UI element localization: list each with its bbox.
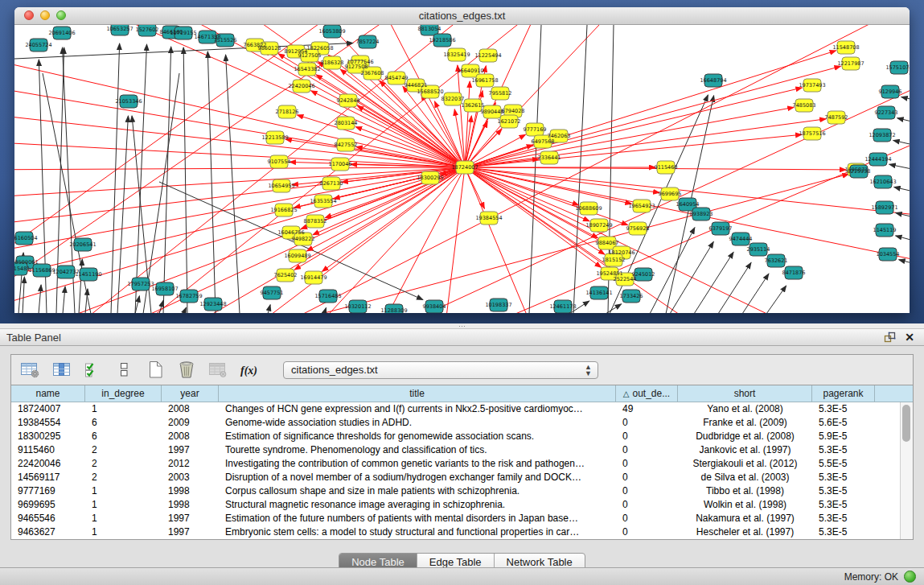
cell-short: de Silva et al. (2003) (678, 471, 812, 484)
column-header-in_degree[interactable]: in_degree (85, 385, 162, 402)
table-scrollbar[interactable] (900, 402, 913, 539)
cell-out_de: 0 (616, 471, 678, 484)
column-header-name[interactable]: name (11, 385, 85, 402)
float-window-icon[interactable] (884, 332, 897, 344)
citation-edge-black (766, 286, 786, 313)
graph-node-label: 1527602 (136, 27, 159, 33)
citation-edge-black (889, 164, 910, 173)
graph-node-label: 18325419 (443, 51, 470, 58)
cell-pagerank: 5.3E-5 (812, 512, 875, 525)
citation-edge-red (14, 54, 465, 167)
graph-node-label: 2336441 (538, 154, 561, 161)
function-fx-icon[interactable]: f(x) (239, 360, 260, 380)
graph-node-label: 6794028 (502, 108, 525, 114)
citation-edge-black (650, 228, 695, 313)
close-window-button[interactable] (24, 10, 34, 20)
table-row[interactable]: 1872400712008Changes of HCN gene express… (11, 402, 913, 416)
column-header-short[interactable]: short (678, 385, 812, 402)
table-row[interactable]: 1830029562008Estimation of significance … (11, 430, 913, 443)
citation-edge-black (207, 51, 216, 313)
table-row[interactable]: 946554611997Estimation of the future num… (11, 512, 913, 525)
citation-edge-red (14, 167, 465, 170)
cell-title: Corpus callosum shape and size in male p… (219, 484, 616, 498)
zoom-window-button[interactable] (56, 10, 66, 20)
sort-ascending-icon: △ (623, 389, 630, 398)
svg-text:f(x): f(x) (240, 365, 257, 377)
dropdown-arrows-icon: ▲▼ (585, 364, 592, 377)
graph-node-label: 16210643 (869, 179, 896, 185)
trash-icon[interactable] (176, 360, 197, 380)
window-titlebar[interactable]: citations_edges.txt (14, 7, 910, 25)
cell-name: 19384554 (11, 416, 85, 430)
column-header-pagerank[interactable]: pagerank (812, 385, 875, 402)
table-row[interactable]: 969969511998Structural magnetic resonanc… (11, 498, 913, 512)
network-select-dropdown[interactable]: citations_edges.txt▲▼ (283, 361, 598, 379)
scrollbar-thumb[interactable] (902, 405, 910, 442)
graph-node-label: 15716485 (314, 293, 341, 299)
node-table: namein_degreeyeartitle△out_de...shortpag… (11, 385, 913, 539)
graph-node-label: 1621072 (498, 118, 521, 125)
cell-short: Nakamura et al. (1997) (678, 512, 812, 525)
cell-in_degree: 1 (85, 525, 162, 539)
table-row[interactable]: 1938455462009Genome-wide association stu… (11, 416, 913, 430)
graph-node-label: 9115460 (655, 164, 678, 171)
cell-name: 18300295 (11, 430, 85, 443)
graph-node-label: 12213589 (261, 134, 288, 141)
network-desktop: citations_edges.txt 18724007766382298601… (0, 0, 924, 323)
graph-node-label: 18300295 (417, 175, 443, 181)
column-header-title[interactable]: title (219, 385, 616, 402)
graph-node-label: 7625402 (274, 272, 298, 278)
graph-node-label: 1145119 (873, 227, 897, 233)
graph-node-label: 8938923 (690, 211, 713, 217)
table-settings-icon[interactable] (19, 360, 40, 380)
citation-edge-red (322, 167, 465, 271)
new-document-icon[interactable] (145, 360, 166, 380)
table-column-icon[interactable] (51, 360, 72, 380)
rows-icon[interactable] (113, 360, 134, 380)
minimize-window-button[interactable] (40, 10, 50, 20)
table-row[interactable]: 2242004622012Investigating the contribut… (11, 457, 913, 471)
graph-node-label: 1733426 (620, 293, 643, 299)
table-row[interactable]: 946362711997Embryonic stem cells: a mode… (11, 525, 913, 539)
cell-name: 18724007 (11, 402, 85, 416)
citation-edge-black (117, 116, 128, 313)
graph-node-label: 18226058 (306, 45, 333, 51)
table-row[interactable]: 1456911722003Disruption of a novel membe… (11, 471, 913, 484)
graph-node-label: 15892971 (871, 204, 897, 211)
citation-edge-black (79, 259, 82, 313)
graph-node-label: 19166825 (270, 207, 297, 213)
cell-title: Embryonic stem cells: a model to study s… (219, 525, 616, 539)
cell-name: 9699695 (11, 498, 85, 512)
select-checks-icon[interactable] (82, 360, 103, 380)
network-canvas[interactable]: 1872400776638229860128891295418226058912… (14, 25, 910, 313)
graph-node-label: 1815152 (602, 257, 626, 263)
table-row[interactable]: 911546021997Tourette syndrome. Phenomeno… (11, 443, 913, 457)
citation-edge-black (268, 305, 270, 313)
cell-short: Wolkin et al. (1998) (678, 498, 812, 512)
cell-out_de: 0 (616, 498, 678, 512)
table-panel-body: f(x)citations_edges.txt▲▼ namein_degreey… (0, 346, 924, 567)
graph-node-label: 2718126 (276, 109, 299, 115)
table-row[interactable]: 977716911998Corpus callosum shape and si… (11, 484, 913, 498)
graph-node-label: 9457751 (261, 290, 284, 296)
cell-title: Investigating the contribution of common… (219, 457, 616, 471)
cell-title: Estimation of the future numbers of pati… (219, 512, 616, 525)
citation-edge-red (14, 112, 465, 167)
network-view-window[interactable]: citations_edges.txt 18724007766382298601… (14, 7, 910, 313)
cell-short: Dudbridge et al. (2008) (678, 430, 812, 443)
graph-node-label: 1034554 (877, 251, 900, 257)
graph-node-label: 16046756 (277, 229, 304, 236)
delete-table-disabled-icon[interactable] (207, 360, 228, 380)
cell-year: 2012 (162, 457, 219, 471)
column-header-year[interactable]: year (162, 385, 219, 402)
graph-node-label: 17957253 (127, 281, 154, 287)
cell-year: 2003 (162, 471, 219, 484)
graph-node-label: 10719155 (170, 30, 196, 36)
column-header-out_de[interactable]: △out_de... (616, 385, 678, 402)
graph-node-label: 9498222 (292, 236, 315, 242)
close-panel-icon[interactable]: ✕ (905, 331, 914, 344)
graph-node-label: 12217987 (837, 60, 864, 67)
graph-node-label: 7462063 (548, 133, 571, 139)
memory-status-label: Memory: OK (844, 571, 898, 583)
graph-node-label: 8427552 (335, 142, 358, 148)
